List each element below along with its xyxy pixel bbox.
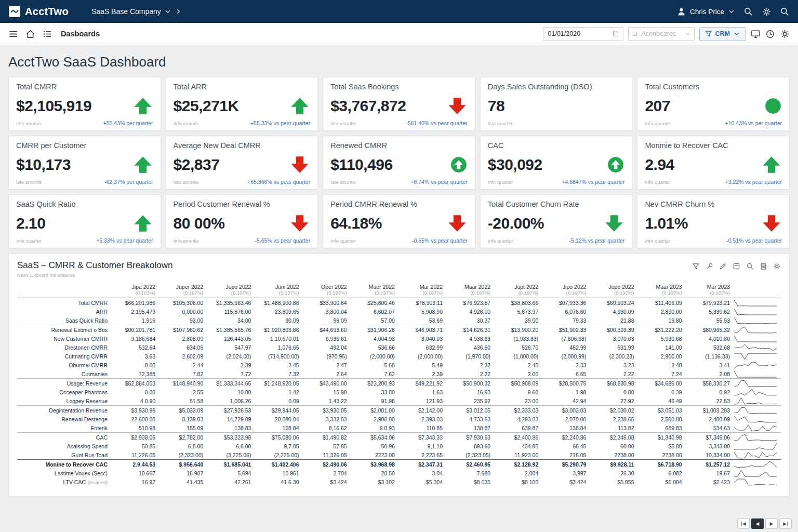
cell-value: 2,238.65 [588,415,636,423]
row-label[interactable]: Cutmating CMRR [17,352,110,361]
cell-value: (2,225.00) [253,450,301,460]
row-label[interactable]: CAC [17,433,110,442]
sparkline-cell [732,352,781,361]
list-icon[interactable] [43,29,52,39]
row-label[interactable]: Renewal Extimet o Bos [17,325,110,335]
date-input[interactable] [547,30,610,38]
arrow-down-red-icon [289,213,310,234]
kpi-card[interactable]: Renewed CMRR$110,496late anontis+6.74% v… [323,136,475,190]
edit-icon[interactable] [719,262,727,270]
cell-value: 4,930.09 [588,307,636,316]
kpi-card[interactable]: Average New Deal CMRR$2,837late aoontie+… [166,136,318,190]
gear-icon[interactable] [780,29,790,39]
kpi-value: $2,105,919 [16,97,91,115]
first-page-button[interactable]: |◀ [737,518,750,529]
row-label[interactable]: Acaissing Spend [17,442,110,450]
cell-value: 2.45 [493,361,540,369]
filter-field[interactable] [628,27,695,41]
cell-value: 436.50 [445,343,493,352]
kpi-card[interactable]: Total Saas Bookings$3,767,872late anonti… [323,77,475,131]
cell-value: (2,024.00) [205,352,253,361]
cell-value: 0.00 [110,388,157,396]
prev-page-button[interactable]: ◀ [751,518,764,529]
row-label[interactable]: Degintentation Revenue [17,406,110,415]
kpi-value: -20.00% [488,215,544,232]
gear-icon[interactable] [762,7,772,17]
breadcrumb[interactable]: Dasboards [61,30,100,38]
cell-value: $76,923.87 [445,298,493,308]
cell-value: 79.33 [540,316,588,325]
cell-value: 2,890.00 [636,307,684,316]
cell-value: $50,908.09 [493,379,540,388]
date-field[interactable] [543,27,623,41]
cell-value: (1,970.00) [445,352,493,361]
search-icon[interactable] [746,262,754,270]
row-label[interactable]: ARR [17,307,110,316]
row-label[interactable]: Drestonen CMRR [17,343,110,352]
cell-value: $38,803.66 [493,298,540,308]
sparkline-cell [732,450,781,460]
kpi-card[interactable]: Total ARR$25,271KInfa anontis+55.33% vs … [166,77,318,131]
kpi-card[interactable]: Period CMRR Renewal %64.18%Infe quarter-… [323,194,475,248]
row-label[interactable]: Cutmanies [17,369,110,379]
home-icon[interactable] [25,29,35,39]
cell-value: 9,186,684 [110,334,157,343]
kpi-card[interactable]: Nev CMRR Churn %1.01%Intn quarter-0.51% … [637,194,790,248]
cell-value: 4,733.63 [445,415,493,423]
zoom-icon[interactable] [743,7,753,17]
row-label[interactable]: Occeaper Phantoas [17,388,110,396]
cell-value: 23.00 [493,396,540,406]
cell-value: 16.907 [157,469,205,477]
cell-value: 7.72 [205,369,253,379]
row-label[interactable]: Total CMRR [17,298,110,308]
gear-icon[interactable] [773,262,781,270]
row-label[interactable]: Enterik [17,423,110,433]
hamburger-menu-icon[interactable] [8,29,18,39]
monitor-icon[interactable] [751,29,761,39]
row-label[interactable]: Oburmel CMRR [17,361,110,369]
pin-icon[interactable] [706,262,713,270]
kpi-title: Total ARR [174,83,311,91]
cell-value: 534.63 [684,423,732,433]
kpi-card[interactable]: Total Customer Churn Rate-20.00%Infa qua… [480,194,633,248]
last-page-button[interactable]: ▶| [779,518,792,529]
tag-icon[interactable] [733,262,740,270]
kpi-card[interactable]: CAC$30,092Intn quarter+4.6847% vs pear q… [480,136,633,190]
row-label[interactable]: Gunt Rus Toad [17,450,110,460]
kpi-card[interactable]: SaaS Quick Ratio2.10Infa quarter+5.33% v… [8,194,161,248]
row-label[interactable]: Logpey Resenue [17,396,110,406]
filter-icon[interactable] [692,262,700,270]
kpi-title: Period CMRR Renewal % [330,200,468,208]
cell-value: 91.98 [349,396,397,406]
document-icon[interactable] [760,262,767,270]
row-label[interactable]: Renewal Destenge [17,415,110,423]
crm-button[interactable]: CRM [699,27,746,41]
kpi-card[interactable]: CMRR per Customer$10,173late anontis-62.… [8,136,161,190]
next-page-button[interactable]: ▶ [765,518,778,529]
history-icon[interactable] [765,29,775,39]
kpi-card[interactable]: Monmie to Recover CAC2.94Infe quarter+3.… [637,136,790,190]
company-selector[interactable]: SaaS Base Company [91,7,182,16]
kpi-card[interactable]: Days Sales Outstanding (DSO)78lata quart… [480,77,633,131]
column-header: Maar 2022(0.197%) [445,283,493,298]
row-label[interactable]: Saas Quick Ratio [17,316,110,325]
cell-value: 3,040.03 [397,334,445,343]
kpi-value: 2.10 [16,215,45,232]
cell-value: 2.44 [157,361,205,369]
cell-value: 30.09 [253,316,301,325]
row-label[interactable]: Usage: Revenue [17,379,110,388]
row-label-suffix: (lecarted) [88,480,108,485]
cell-value: $.956.640 [157,460,205,469]
cell-value: 26.30 [588,469,636,477]
search-icon[interactable] [780,7,790,17]
sparkline [734,344,777,351]
filter-input[interactable] [640,30,682,38]
kpi-card[interactable]: Total Customers207Infa quarter+10.43% vs… [637,77,790,131]
kpi-card[interactable]: Period Customer Renewal %80 00%Infa anon… [166,194,318,248]
cell-value: $34,686.00 [636,379,684,388]
cell-value: 9.0.93 [349,423,397,433]
table-row: Saas Quick Ratio1,91693.0034.0030.0999.0… [17,316,781,325]
row-label[interactable]: New Customer CMRR [17,334,110,343]
user-menu[interactable]: Chris Price [676,7,735,17]
kpi-card[interactable]: Total CMRR$2,105,919Infe anontis+55.43% … [8,77,161,131]
